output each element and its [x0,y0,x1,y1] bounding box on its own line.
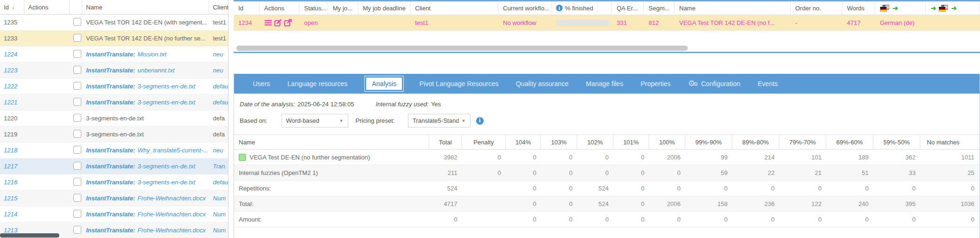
project-row[interactable]: 1215InstantTranslate:Frohe-Weihnachten.d… [0,190,228,206]
row-checkbox[interactable] [73,66,81,74]
menu-icon[interactable] [264,19,272,27]
panel-splitter[interactable] [234,52,980,53]
analysis-column-header[interactable]: 99%-90% [685,135,732,149]
project-row[interactable]: 1223InstantTranslate:unbenannt.txtneu [0,63,228,79]
analysis-value: 0 [533,154,536,161]
column-header-order-no[interactable]: Order no. [791,1,842,15]
row-checkbox[interactable] [73,34,81,42]
tab-events[interactable]: Events [758,80,778,87]
column-header-spacer[interactable] [70,0,82,14]
tab-properties[interactable]: Properties [641,80,671,87]
info-icon[interactable]: i [556,5,563,11]
analysis-value-cell: 0 [613,185,649,192]
open-task-icon[interactable] [284,19,292,27]
project-actions-cell [24,99,70,106]
tab-language-resources[interactable]: Language resources [288,80,348,87]
row-checkbox[interactable] [73,162,81,170]
project-row[interactable]: 12203-segments-en-de.txtdefa [0,111,228,127]
row-checkbox[interactable] [73,130,81,138]
analysis-column-header[interactable]: 79%-70% [779,135,826,149]
based-on-select[interactable]: Word-based ▼ [282,114,348,127]
column-header-actions[interactable]: Actions [24,0,70,14]
row-checkbox[interactable] [73,98,81,106]
project-row[interactable]: 1222InstantTranslate:3-segments-en-de.tx… [0,79,228,95]
edit-task-icon[interactable] [274,19,282,27]
column-header-source-language[interactable]: ➜ [875,1,926,15]
project-id: 1233 [4,35,17,42]
tab-manage-files[interactable]: Manage files [586,80,623,87]
task-status: open [304,19,318,26]
column-header-words[interactable]: Words [842,1,875,15]
tab-users[interactable]: Users [253,80,270,87]
project-row[interactable]: 12193-segments-en-de.txtdefa [0,127,228,143]
analysis-column-header[interactable]: Penalty [462,135,506,149]
column-header-target-language[interactable]: ➜➜ [926,1,980,15]
pricing-preset-select[interactable]: Translate5-Standard ▼ [408,114,470,127]
column-header-my-job[interactable]: My jo... [328,1,358,15]
row-checkbox[interactable] [73,114,81,122]
project-check-cell [70,210,82,219]
column-header-qa-errors[interactable]: QA Er... [612,1,644,15]
task-status-cell: open [299,19,328,26]
project-row[interactable]: 1216InstantTranslate:3-segments-en-de.tx… [0,175,228,190]
analysis-column-header[interactable]: 69%-60% [826,135,873,149]
column-header-name[interactable]: Name [674,1,791,15]
analysis-value: 101 [811,154,822,161]
analysis-value: 22 [768,169,775,176]
tab-analysis[interactable]: Analysis [365,76,403,91]
analysis-column-header[interactable]: No matches [920,135,979,149]
projects-hscrollbar-thumb[interactable] [0,233,59,238]
analysis-value-cell: 0 [649,216,685,223]
info-icon[interactable]: i [476,117,484,125]
analysis-column-header[interactable]: 104% [506,135,541,149]
task-row[interactable]: 1234opentest1No workflow331812VEGA Test … [234,15,980,31]
row-checkbox[interactable] [73,178,81,186]
project-check-cell [70,34,82,43]
row-checkbox[interactable] [73,194,81,202]
row-checkbox[interactable] [73,146,81,154]
project-row[interactable]: 1221InstantTranslate:3-segments-en-de.tx… [0,95,228,111]
column-header-percent-finished[interactable]: i% finished [551,1,612,15]
tasks-hscrollbar-thumb[interactable] [236,46,688,51]
project-row[interactable]: 1214InstantTranslate:Frohe-Weihnachten.d… [0,206,228,222]
analysis-row-name: VEGA Test DE-EN (no further segmentation… [250,154,370,161]
tab-pivot-language-resources[interactable]: Pivot Language Resources [419,80,498,87]
column-header-current-workflow[interactable]: Current workflo... [498,1,551,15]
row-checkbox[interactable] [73,226,81,234]
column-header-segments[interactable]: Segm... [644,1,674,15]
analysis-column-header[interactable]: Name [234,135,429,149]
column-header-my-job-deadline[interactable]: My job deadline [358,1,410,15]
project-row[interactable]: 1218InstantTranslate:Why_translate5-curr… [0,143,228,159]
row-checkbox[interactable] [73,82,81,90]
project-row[interactable]: 1224InstantTranslate:Mission.txtneu [0,47,228,63]
project-row[interactable]: 1217InstantTranslate:3-segments-en-de.tx… [0,159,228,175]
column-header-id[interactable]: Id [234,1,259,15]
column-header-actions[interactable]: Actions [259,1,299,15]
analysis-column-header[interactable]: 89%-80% [732,135,779,149]
analysis-value-cell: 33 [873,169,920,176]
column-header-status[interactable]: Status... [299,1,328,15]
column-header-client[interactable]: Client [410,1,498,15]
analysis-value-cell: 524 [577,200,613,207]
analysis-column-header[interactable]: 59%-50% [873,135,920,149]
analysis-column-header[interactable]: 103% [541,135,577,149]
project-id: 1215 [4,195,17,202]
analysis-value-cell: 21 [779,169,826,176]
project-id-cell: 1216 [0,179,24,186]
project-row[interactable]: 1233VEGA Test TOR 142 DE-EN (no further … [0,31,228,47]
project-actions-cell [24,211,70,218]
analysis-column-header[interactable]: 100% [649,135,685,149]
column-header-id[interactable]: Id↓ [0,0,24,14]
analysis-column-header[interactable]: 101% [613,135,649,149]
project-check-cell [70,50,82,59]
column-header-client[interactable]: Client [209,0,228,14]
row-checkbox[interactable] [73,50,81,58]
tab-configuration[interactable]: ⚙⚙Configuration [688,80,740,87]
tab-quality-assurance[interactable]: Quality assurance [516,80,568,87]
column-header-name[interactable]: Name [82,0,209,14]
row-checkbox[interactable] [73,210,81,218]
analysis-column-header[interactable]: Total [429,135,462,149]
analysis-column-header[interactable]: 102% [577,135,613,149]
row-checkbox[interactable] [73,18,81,26]
project-row[interactable]: 1235VEGA Test TOR 142 DE-EN (with segmen… [0,15,228,31]
